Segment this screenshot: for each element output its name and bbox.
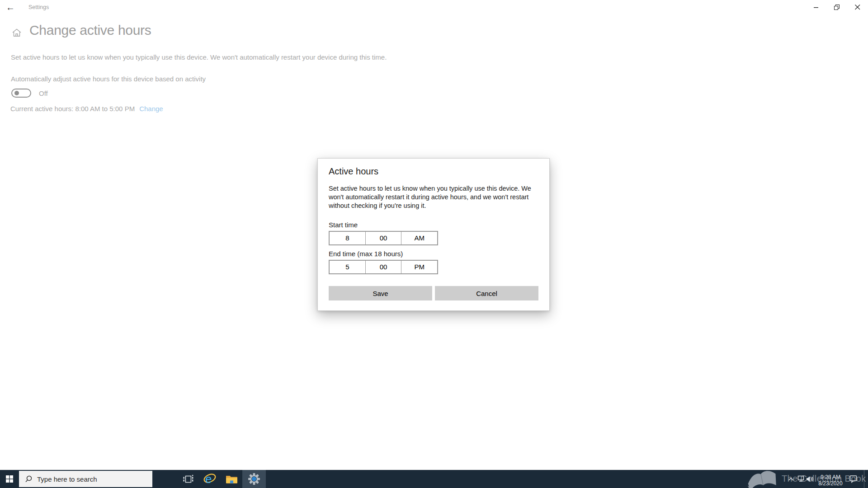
clock-date: 8/23/2020 [816,480,844,487]
start-time-label: Start time [329,221,358,229]
window-controls [806,0,868,14]
action-center-button[interactable] [846,470,861,488]
back-arrow-icon: ← [6,2,15,12]
dialog-title: Active hours [329,166,378,177]
show-desktop-button[interactable] [864,470,868,488]
settings-app-button[interactable] [242,470,266,488]
start-minute-cell[interactable]: 00 [365,232,401,244]
toggle-knob [14,91,19,95]
titlebar: ← Settings [0,0,868,14]
taskbar: e [0,470,868,488]
dialog-buttons: Save Cancel [329,286,538,300]
search-input[interactable] [37,475,141,483]
taskbar-search [19,471,152,487]
settings-gear-icon [248,473,260,485]
file-explorer-button[interactable] [221,470,242,488]
start-period-cell[interactable]: AM [401,232,437,244]
minimize-button[interactable] [806,0,826,14]
chevron-up-icon [788,477,794,481]
internet-explorer-icon: e [203,472,217,486]
minimize-icon [814,5,819,10]
toggle-state-label: Off [39,89,48,97]
end-hour-cell[interactable]: 5 [330,261,365,273]
auto-adjust-toggle[interactable] [11,89,31,98]
window-title: Settings [28,0,49,14]
end-period-cell[interactable]: PM [401,261,437,273]
clock-time: 9:28 AM [816,474,844,480]
start-hour-cell[interactable]: 8 [330,232,365,244]
volume-tray-button[interactable] [805,470,816,488]
windows-logo-icon [6,475,13,483]
clock[interactable]: 9:28 AM 8/23/2020 [816,470,844,488]
dialog-body-text: Set active hours to let us know when you… [329,184,541,210]
restore-button[interactable] [826,0,847,14]
active-hours-dialog: Active hours Set active hours to let us … [317,158,550,311]
action-center-icon [849,475,858,483]
end-time-picker[interactable]: 5 00 PM [329,260,438,274]
page-title: Change active hours [29,21,151,39]
task-view-icon [183,474,193,484]
start-time-picker[interactable]: 8 00 AM [329,231,438,245]
end-time-label: End time (max 18 hours) [329,250,403,258]
speaker-icon [806,476,814,483]
cancel-button[interactable]: Cancel [435,286,538,300]
task-view-button[interactable] [177,470,199,488]
end-minute-cell[interactable]: 00 [365,261,401,273]
auto-adjust-label: Automatically adjust active hours for th… [11,75,206,83]
close-icon [855,5,860,10]
settings-window: ← Settings Change ac [0,0,868,488]
back-button[interactable]: ← [0,0,21,14]
search-icon [25,475,33,483]
current-hours-text: Current active hours: 8:00 AM to 5:00 PM… [10,105,163,113]
page-description: Set active hours to let us know when you… [11,53,387,61]
home-icon [12,28,22,39]
svg-text:e: e [205,472,212,486]
current-hours-value: Current active hours: 8:00 AM to 5:00 PM [10,105,135,113]
save-button[interactable]: Save [329,286,432,300]
network-icon [797,475,805,483]
internet-explorer-button[interactable]: e [199,470,221,488]
start-button[interactable] [0,470,19,488]
restore-icon [834,5,840,10]
close-button[interactable] [847,0,868,14]
hidden-icons-chevron[interactable] [785,470,796,488]
change-link[interactable]: Change [139,105,163,113]
file-explorer-icon [226,474,238,484]
